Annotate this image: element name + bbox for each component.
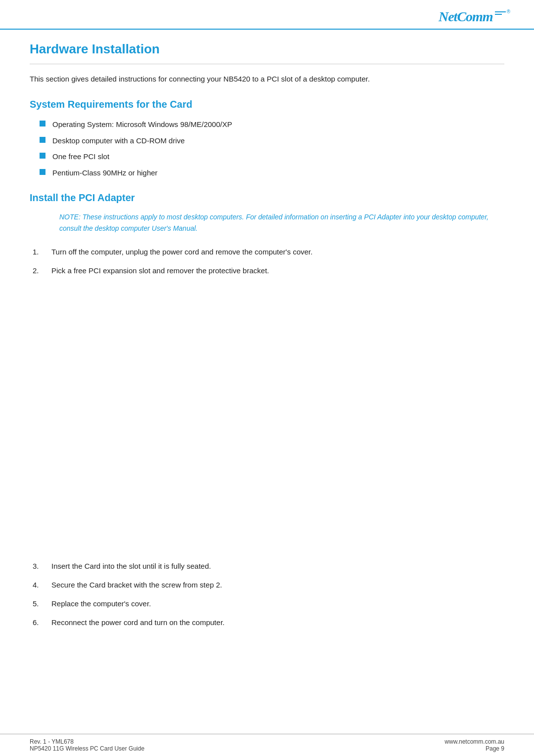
step-number: 2. [30, 265, 51, 277]
list-item-text: Desktop computer with a CD-ROM drive [52, 135, 185, 147]
step-text: Pick a free PCI expansion slot and remov… [51, 265, 269, 277]
bullet-icon [40, 169, 45, 175]
footer: Rev. 1 - YML678 NP5420 11G Wireless PC C… [0, 734, 534, 756]
footer-right: www.netcomm.com.au Page 9 [445, 738, 504, 752]
list-item: Pentium-Class 90MHz or higher [40, 168, 504, 179]
logo-text: NetComm [439, 9, 493, 25]
list-item-text: One free PCI slot [52, 151, 109, 163]
list-item: Operating System: Microsoft Windows 98/M… [40, 119, 504, 130]
step-text: Replace the computer's cover. [51, 598, 151, 610]
list-item: 1. Turn off the computer, unplug the pow… [30, 246, 504, 258]
system-requirements-list: Operating System: Microsoft Windows 98/M… [30, 119, 504, 178]
footer-rev: Rev. 1 - YML678 [30, 738, 144, 745]
logo-line-bottom [495, 14, 502, 15]
step-text: Turn off the computer, unplug the power … [51, 246, 312, 258]
list-item: 4. Secure the Card bracket with the scre… [30, 579, 504, 591]
logo-line-top [495, 11, 506, 12]
main-content: Hardware Installation This section gives… [0, 30, 534, 675]
install-steps-list: 1. Turn off the computer, unplug the pow… [30, 246, 504, 277]
step-number: 5. [30, 598, 51, 610]
step-number: 6. [30, 617, 51, 629]
footer-website: www.netcomm.com.au [445, 738, 504, 745]
list-item: 3. Insert the Card into the slot until i… [30, 560, 504, 572]
list-item: One free PCI slot [40, 151, 504, 163]
step-number: 1. [30, 246, 51, 258]
install-steps-list-continued: 3. Insert the Card into the slot until i… [30, 560, 504, 629]
image-placeholder-area [30, 284, 504, 560]
system-requirements-heading: System Requirements for the Card [30, 99, 504, 110]
logo-lines [495, 11, 506, 16]
logo-area: NetComm ® [439, 9, 510, 25]
note-block: NOTE: These instructions apply to most d… [30, 211, 504, 234]
step-text: Reconnect the power cord and turn on the… [51, 617, 224, 629]
title-underline [30, 64, 504, 64]
list-item: 5. Replace the computer's cover. [30, 598, 504, 610]
list-item: 2. Pick a free PCI expansion slot and re… [30, 265, 504, 277]
bullet-icon [40, 153, 45, 159]
intro-paragraph: This section gives detailed instructions… [30, 73, 504, 85]
page-title: Hardware Installation [30, 42, 504, 57]
page-container: NetComm ® Hardware Installation This sec… [0, 0, 534, 756]
step-text: Insert the Card into the slot until it i… [51, 560, 211, 572]
list-item: Desktop computer with a CD-ROM drive [40, 135, 504, 147]
footer-page: Page 9 [486, 745, 504, 752]
step-text: Secure the Card bracket with the screw f… [51, 579, 222, 591]
footer-product: NP5420 11G Wireless PC Card User Guide [30, 745, 144, 752]
footer-left: Rev. 1 - YML678 NP5420 11G Wireless PC C… [30, 738, 144, 752]
bullet-icon [40, 137, 45, 143]
list-item-text: Pentium-Class 90MHz or higher [52, 168, 158, 179]
install-pci-heading: Install the PCI Adapter [30, 192, 504, 204]
header: NetComm ® [0, 0, 534, 30]
list-item-text: Operating System: Microsoft Windows 98/M… [52, 119, 232, 130]
step-number: 4. [30, 579, 51, 591]
step-number: 3. [30, 560, 51, 572]
note-text: NOTE: These instructions apply to most d… [59, 211, 504, 234]
logo-registered: ® [507, 9, 510, 14]
list-item: 6. Reconnect the power cord and turn on … [30, 617, 504, 629]
bullet-icon [40, 121, 45, 126]
